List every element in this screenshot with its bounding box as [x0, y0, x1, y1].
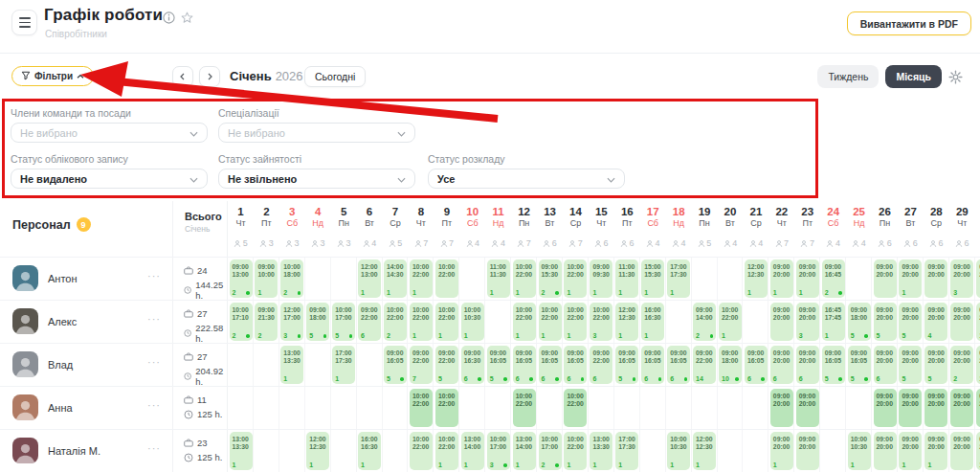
- schedule-status-select[interactable]: Усе: [428, 169, 625, 189]
- shift-cell[interactable]: 09:0022:005: [435, 346, 458, 384]
- day-cell-slot[interactable]: [279, 387, 305, 429]
- day-cell-slot[interactable]: 09:0018:0010: [718, 344, 744, 386]
- shift-cell[interactable]: 09:0013:002: [230, 259, 253, 298]
- shift-cell[interactable]: 10:0022:00: [410, 389, 433, 427]
- shift-cell[interactable]: 10:0022:00: [435, 259, 458, 298]
- shift-cell[interactable]: 10:0018:002: [280, 259, 303, 298]
- day-cell-slot[interactable]: 10:0017:003: [485, 430, 511, 472]
- day-cell-slot[interactable]: 10:0022:00: [563, 387, 589, 429]
- shift-cell[interactable]: 10:0017:003: [487, 432, 510, 470]
- shift-cell[interactable]: 10:0022:001: [435, 303, 458, 341]
- person-cell[interactable]: Алекс···: [0, 301, 173, 343]
- shift-cell[interactable]: 09:0022:006: [358, 303, 381, 341]
- more-options-button[interactable]: ···: [147, 399, 161, 411]
- shift-cell[interactable]: 10:0022:001: [410, 259, 433, 298]
- day-cell-slot[interactable]: 10:0022:001: [408, 301, 434, 343]
- day-header[interactable]: 11Нд4: [485, 201, 511, 257]
- day-cell-slot[interactable]: [743, 430, 768, 472]
- day-cell-slot[interactable]: 09:0016:056: [743, 344, 768, 386]
- day-cell-slot[interactable]: [537, 387, 563, 429]
- shift-cell[interactable]: 12:0012:301: [693, 432, 716, 470]
- day-cell-slot[interactable]: 09:0020:001: [924, 430, 949, 472]
- shift-cell[interactable]: 11:0011:301: [615, 259, 638, 298]
- shift-cell[interactable]: 09:0016:056: [539, 346, 562, 384]
- shift-cell[interactable]: 09:0020:00: [950, 432, 973, 470]
- day-header[interactable]: 4Нд3: [305, 201, 331, 257]
- shift-cell[interactable]: 13:0013:301: [230, 432, 253, 470]
- day-cell-slot[interactable]: 09:0016:055: [614, 344, 640, 386]
- shift-cell[interactable]: 09:0015:302: [539, 259, 562, 298]
- more-options-button[interactable]: ···: [147, 442, 161, 454]
- day-cell-slot[interactable]: [254, 387, 279, 429]
- day-cell-slot[interactable]: 09:0020:005: [898, 301, 924, 343]
- day-cell-slot[interactable]: [331, 430, 357, 472]
- day-cell-slot[interactable]: 12:0012:301: [305, 430, 331, 472]
- day-header[interactable]: 24Сб4: [820, 201, 846, 257]
- day-header[interactable]: 30Пт4: [975, 201, 980, 257]
- shift-cell[interactable]: 09:0020:00: [950, 303, 973, 341]
- shift-cell[interactable]: 17:0017:301: [615, 432, 638, 470]
- day-header[interactable]: 19Пн5: [692, 201, 718, 257]
- day-cell-slot[interactable]: 09:0020:001: [768, 430, 794, 472]
- person-cell[interactable]: Антон···: [0, 258, 173, 300]
- shift-cell[interactable]: 09:0022:007: [410, 346, 433, 384]
- day-cell-slot[interactable]: 09:0020:00: [872, 430, 898, 472]
- day-header[interactable]: 5Пн3: [331, 201, 357, 257]
- shift-cell[interactable]: 10:0010:301: [667, 432, 690, 470]
- shift-cell[interactable]: 10:0022:00: [410, 432, 433, 470]
- day-cell-slot[interactable]: 13:0014:001: [511, 430, 537, 472]
- day-cell-slot[interactable]: 14:0014:301: [383, 258, 409, 300]
- day-header[interactable]: 21Ср4: [743, 201, 768, 257]
- shift-cell[interactable]: 09:0020:005: [924, 346, 947, 384]
- day-cell-slot[interactable]: 09:0016:055: [846, 344, 872, 386]
- day-cell-slot[interactable]: 09:0020:001: [975, 430, 980, 472]
- day-cell-slot[interactable]: 12:0012:301: [743, 258, 768, 300]
- week-view-button[interactable]: Тиждень: [817, 65, 879, 88]
- shift-cell[interactable]: 09:0020:00: [796, 389, 819, 427]
- settings-gear-icon[interactable]: [948, 70, 963, 84]
- day-cell-slot[interactable]: 09:0021:302: [254, 301, 279, 343]
- shift-cell[interactable]: 09:0020:006: [874, 346, 897, 384]
- shift-cell[interactable]: 09:0020:00: [874, 389, 897, 427]
- shift-cell[interactable]: 09:0016:056: [745, 346, 768, 384]
- day-cell-slot[interactable]: 12:0012:301: [692, 430, 718, 472]
- shift-cell[interactable]: 09:0020:001: [976, 303, 980, 341]
- day-cell-slot[interactable]: 09:0020:00: [975, 387, 980, 429]
- shift-cell[interactable]: 12:0017:003: [280, 303, 303, 341]
- shift-cell[interactable]: 09:0020:003: [796, 303, 819, 341]
- day-cell-slot[interactable]: [305, 387, 331, 429]
- shift-cell[interactable]: 09:0020:005: [899, 303, 922, 341]
- shift-cell[interactable]: 11:0011:301: [487, 259, 510, 298]
- shift-cell[interactable]: 10:0017:002: [539, 432, 562, 470]
- day-cell-slot[interactable]: 09:0016:055: [383, 344, 409, 386]
- shift-cell[interactable]: 09:0020:003: [950, 259, 973, 298]
- person-cell[interactable]: Влад···: [0, 344, 173, 386]
- day-cell-slot[interactable]: 09:0020:00: [898, 387, 924, 429]
- day-cell-slot[interactable]: 10:0022:00: [511, 387, 537, 429]
- day-cell-slot[interactable]: 10:0017:102: [228, 301, 254, 343]
- shift-cell[interactable]: 10:0022:00: [564, 389, 587, 427]
- shift-cell[interactable]: 10:0022:001: [539, 303, 562, 341]
- shift-cell[interactable]: 09:0010:001: [255, 259, 278, 298]
- day-cell-slot[interactable]: 09:0020:004: [924, 301, 949, 343]
- day-cell-slot[interactable]: [331, 387, 357, 429]
- team-members-select[interactable]: Не вибрано: [11, 123, 208, 143]
- day-cell-slot[interactable]: [331, 258, 357, 300]
- shift-cell[interactable]: 09:0020:00: [899, 389, 922, 427]
- day-cell-slot[interactable]: 09:0016:056: [537, 344, 563, 386]
- person-cell[interactable]: Анна···: [0, 387, 173, 429]
- day-cell-slot[interactable]: 13:0013:301: [228, 430, 254, 472]
- shift-cell[interactable]: 13:0014:001: [461, 432, 484, 470]
- day-cell-slot[interactable]: [485, 301, 511, 343]
- day-cell-slot[interactable]: 10:0022:00: [434, 387, 459, 429]
- shift-cell[interactable]: 09:0020:004: [924, 303, 947, 341]
- more-options-button[interactable]: ···: [147, 313, 161, 325]
- day-cell-slot[interactable]: 17:0017:301: [331, 344, 357, 386]
- day-cell-slot[interactable]: 16:0016:301: [357, 430, 383, 472]
- day-cell-slot[interactable]: [589, 387, 614, 429]
- day-cell-slot[interactable]: 09:0010:001: [254, 258, 279, 300]
- day-cell-slot[interactable]: 09:0016:452: [820, 258, 846, 300]
- day-header[interactable]: 1Чт5: [228, 201, 254, 257]
- shift-cell[interactable]: 12:0013:001: [358, 259, 381, 298]
- shift-cell[interactable]: 13:0013:301: [280, 346, 303, 384]
